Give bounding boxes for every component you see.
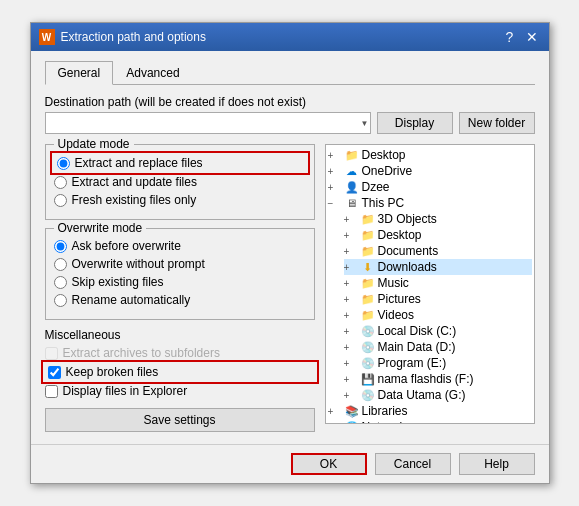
tree-item-ddrive[interactable]: + 💿 Main Data (D:) — [344, 339, 532, 355]
cancel-button[interactable]: Cancel — [375, 453, 451, 475]
file-tree-panel[interactable]: + 📁 Desktop + ☁ OneDrive + 👤 Dzee — [325, 144, 535, 424]
left-panel: Update mode Extract and replace files Ex… — [45, 144, 315, 432]
folder-videos: 📁 — [360, 308, 376, 322]
destination-input-row: ▼ Display New folder — [45, 112, 535, 134]
ok-button[interactable]: OK — [291, 453, 367, 475]
rename-auto-option: Rename automatically — [54, 293, 306, 307]
tree-item-documents[interactable]: + 📁 Documents — [344, 243, 532, 259]
ask-before-radio[interactable] — [54, 240, 67, 253]
extract-replace-radio[interactable] — [57, 157, 70, 170]
fresh-existing-label: Fresh existing files only — [72, 193, 197, 207]
expand-pictures: + — [344, 294, 360, 305]
overwrite-without-label: Overwrite without prompt — [72, 257, 205, 271]
destination-input[interactable] — [45, 112, 371, 134]
usb-f: 💾 — [360, 372, 376, 386]
pc-icon-thispc: 🖥 — [344, 196, 360, 210]
extract-subfolders-option: Extract archives to subfolders — [45, 346, 315, 360]
overwrite-mode-title: Overwrite mode — [54, 221, 147, 235]
tab-general[interactable]: General — [45, 61, 114, 85]
drive-d: 💿 — [360, 340, 376, 354]
expand-music: + — [344, 278, 360, 289]
label-cdrive: Local Disk (C:) — [378, 324, 457, 338]
tree-item-dzee[interactable]: + 👤 Dzee — [328, 179, 532, 195]
tree-item-edrive[interactable]: + 💿 Program (E:) — [344, 355, 532, 371]
label-ddrive: Main Data (D:) — [378, 340, 456, 354]
expand-fdrive: + — [344, 374, 360, 385]
folder-desktop2: 📁 — [360, 228, 376, 242]
label-edrive: Program (E:) — [378, 356, 447, 370]
app-icon: W — [39, 29, 55, 45]
label-gdrive: Data Utama (G:) — [378, 388, 466, 402]
tree-item-desktop[interactable]: + 📁 Desktop — [328, 147, 532, 163]
display-explorer-label: Display files in Explorer — [63, 384, 188, 398]
keep-broken-check[interactable] — [48, 366, 61, 379]
extract-subfolders-check — [45, 347, 58, 360]
drive-g: 💿 — [360, 388, 376, 402]
rename-auto-radio[interactable] — [54, 294, 67, 307]
tree-item-cdrive[interactable]: + 💿 Local Disk (C:) — [344, 323, 532, 339]
tree-item-fdrive[interactable]: + 💾 nama flashdis (F:) — [344, 371, 532, 387]
extract-replace-option: Extract and replace files — [54, 155, 306, 171]
rename-auto-label: Rename automatically — [72, 293, 191, 307]
ask-before-option: Ask before overwrite — [54, 239, 306, 253]
title-bar: W Extraction path and options ? ✕ — [31, 23, 549, 51]
keep-broken-label: Keep broken files — [66, 365, 159, 379]
ask-before-label: Ask before overwrite — [72, 239, 181, 253]
skip-existing-radio[interactable] — [54, 276, 67, 289]
tree-item-libraries[interactable]: + 📚 Libraries — [328, 403, 532, 419]
dialog: W Extraction path and options ? ✕ Genera… — [30, 22, 550, 484]
help-window-button[interactable]: ? — [501, 28, 519, 46]
expand-documents: + — [344, 246, 360, 257]
expand-desktop2: + — [344, 230, 360, 241]
destination-label: Destination path (will be created if doe… — [45, 95, 535, 109]
tab-advanced[interactable]: Advanced — [113, 61, 192, 85]
tree-label-thispc: This PC — [362, 196, 405, 210]
close-button[interactable]: ✕ — [523, 28, 541, 46]
display-button[interactable]: Display — [377, 112, 453, 134]
expand-network: + — [328, 422, 344, 425]
display-explorer-option: Display files in Explorer — [45, 384, 315, 398]
tree-item-videos[interactable]: + 📁 Videos — [344, 307, 532, 323]
tree-item-onedrive[interactable]: + ☁ OneDrive — [328, 163, 532, 179]
help-button[interactable]: Help — [459, 453, 535, 475]
overwrite-without-option: Overwrite without prompt — [54, 257, 306, 271]
bottom-bar: OK Cancel Help — [31, 444, 549, 483]
skip-existing-option: Skip existing files — [54, 275, 306, 289]
dialog-body: General Advanced Destination path (will … — [31, 51, 549, 444]
overwrite-without-radio[interactable] — [54, 258, 67, 271]
folder-documents: 📁 — [360, 244, 376, 258]
extract-update-radio[interactable] — [54, 176, 67, 189]
extract-update-label: Extract and update files — [72, 175, 197, 189]
tree-item-music[interactable]: + 📁 Music — [344, 275, 532, 291]
fresh-existing-radio[interactable] — [54, 194, 67, 207]
tree-item-pictures[interactable]: + 📁 Pictures — [344, 291, 532, 307]
tabs: General Advanced — [45, 61, 535, 85]
extract-replace-label: Extract and replace files — [75, 156, 203, 170]
dropdown-arrow-icon: ▼ — [361, 119, 369, 128]
expand-gdrive: + — [344, 390, 360, 401]
save-settings-button[interactable]: Save settings — [45, 408, 315, 432]
tree-item-gdrive[interactable]: + 💿 Data Utama (G:) — [344, 387, 532, 403]
expand-icon-desktop: + — [328, 150, 344, 161]
drive-e: 💿 — [360, 356, 376, 370]
display-explorer-check[interactable] — [45, 385, 58, 398]
misc-title: Miscellaneous — [45, 328, 315, 342]
tree-item-thispc[interactable]: − 🖥 This PC — [328, 195, 532, 211]
label-3dobjects: 3D Objects — [378, 212, 437, 226]
expand-libraries: + — [328, 406, 344, 417]
tree-label-dzee: Dzee — [362, 180, 390, 194]
new-folder-button[interactable]: New folder — [459, 112, 535, 134]
update-mode-title: Update mode — [54, 137, 134, 151]
person-icon-dzee: 👤 — [344, 180, 360, 194]
skip-existing-label: Skip existing files — [72, 275, 164, 289]
extract-update-option: Extract and update files — [54, 175, 306, 189]
tree-item-3dobjects[interactable]: + 📁 3D Objects — [344, 211, 532, 227]
tree-item-network[interactable]: + 🌐 Network — [328, 419, 532, 424]
tree-item-desktop2[interactable]: + 📁 Desktop — [344, 227, 532, 243]
expand-videos: + — [344, 310, 360, 321]
expand-downloads: + — [344, 262, 360, 273]
tree-item-downloads[interactable]: + ⬇ Downloads — [344, 259, 532, 275]
update-mode-options: Extract and replace files Extract and up… — [54, 155, 306, 207]
library-icon: 📚 — [344, 404, 360, 418]
folder-3dobjects: 📁 — [360, 212, 376, 226]
